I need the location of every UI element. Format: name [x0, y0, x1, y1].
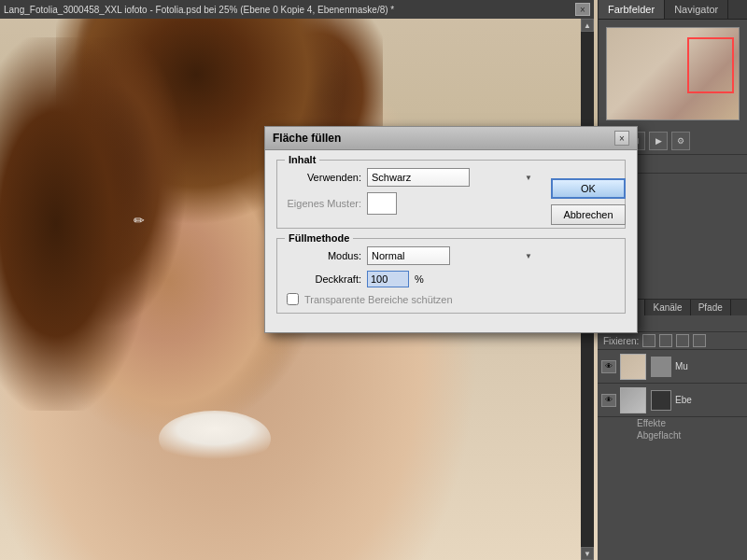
verwenden-label: Verwenden: [287, 172, 361, 183]
dialog-close-button[interactable]: × [614, 131, 629, 146]
lock-pos-icon[interactable] [642, 334, 655, 347]
lock-all-icon[interactable] [693, 334, 706, 347]
title-bar: Lang_Fotolia_3000458_XXL iofoto - Fotoli… [0, 0, 594, 19]
scroll-down-button[interactable]: ▼ [581, 547, 594, 560]
layer-abgeflacht: Abgeflacht [598, 429, 747, 441]
tab-kanaele[interactable]: Kanäle [645, 300, 690, 315]
eigenes-muster-label: Eigenes Muster: [287, 198, 361, 209]
fuellmethode-group-label: Füllmethode [285, 232, 353, 244]
muster-preview-box[interactable] [367, 192, 397, 215]
flaeche-fuellen-dialog: Fläche füllen × Inhalt Verwenden: Schwar… [264, 126, 638, 333]
hair-left-layer [0, 37, 187, 411]
navigator-preview [606, 27, 740, 120]
layers-options: Fixieren: [598, 332, 747, 350]
dialog-titlebar[interactable]: Fläche füllen × [265, 127, 637, 150]
deckkraft-row: Deckkraft: 100 % [287, 271, 536, 287]
window-close-button[interactable]: × [575, 3, 590, 16]
dialog-body: Inhalt Verwenden: Schwarz Vordergrundfar… [265, 150, 637, 332]
fuellmethode-group: Füllmethode Modus: Normal Auflösen Abdun… [276, 238, 626, 314]
tab-navigator[interactable]: Navigator [665, 0, 728, 19]
deckkraft-label: Deckkraft: [287, 273, 361, 285]
layer-effects: Effekte [598, 417, 747, 429]
nav-viewport-indicator [687, 37, 734, 93]
dialog-buttons: OK Abbrechen [551, 178, 626, 225]
transparenz-checkbox[interactable] [287, 293, 299, 305]
tab-pfade[interactable]: Pfade [691, 300, 731, 315]
dialog-title: Fläche füllen [273, 132, 614, 145]
ok-button[interactable]: OK [551, 178, 626, 199]
verwenden-row: Verwenden: Schwarz Vordergrundfarbe Hint… [287, 168, 536, 187]
cancel-button[interactable]: Abbrechen [551, 204, 626, 225]
modus-label: Modus: [287, 250, 361, 261]
window-title: Lang_Fotolia_3000458_XXL iofoto - Fotoli… [4, 5, 394, 15]
panel-icon-4[interactable]: ⚙ [671, 132, 690, 150]
lock-draw-icon[interactable] [659, 334, 672, 347]
panel-icon-3[interactable]: ▶ [649, 132, 668, 150]
abgeflacht-label: Abgeflacht [637, 430, 681, 441]
layer-item-2[interactable]: 👁 Ebe [598, 384, 747, 417]
verwenden-select-wrapper: Schwarz Vordergrundfarbe Hintergrundfarb… [367, 168, 536, 187]
tab-farbfelder[interactable]: Farbfelder [599, 0, 665, 19]
layer-mask-1 [651, 357, 671, 377]
fixieren-label: Fixieren: [603, 336, 639, 346]
verwenden-select[interactable]: Schwarz Vordergrundfarbe Hintergrundfarb… [367, 168, 470, 187]
layer-thumb-1 [620, 354, 646, 380]
layer-thumb-2 [620, 387, 646, 413]
modus-select[interactable]: Normal Auflösen Abdunkeln Multiplizieren [367, 246, 450, 265]
layer-name-2: Ebe [675, 395, 743, 405]
layer-item-1[interactable]: 👁 Mu [598, 350, 747, 384]
inhalt-group-label: Inhalt [285, 154, 319, 165]
smile-layer [159, 411, 271, 467]
deckkraft-input[interactable]: 100 [367, 271, 409, 287]
layer-eye-1[interactable]: 👁 [601, 360, 616, 373]
panel-tabs: Farbfelder Navigator [599, 0, 747, 20]
effects-label: Effekte [637, 418, 666, 428]
lock-move-icon[interactable] [676, 334, 689, 347]
layer-name-1: Mu [675, 361, 743, 371]
layer-eye-2[interactable]: 👁 [601, 394, 616, 407]
eigenes-muster-row: Eigenes Muster: [287, 192, 536, 215]
deckkraft-unit: % [415, 273, 424, 285]
modus-select-wrapper: Normal Auflösen Abdunkeln Multiplizieren [367, 246, 536, 265]
layer-mask-2 [651, 390, 671, 411]
transparenz-row: Transparente Bereiche schützen [287, 293, 536, 305]
transparenz-label: Transparente Bereiche schützen [304, 294, 453, 305]
layers-panel: Ebenen Kanäle Pfade Normal Fixieren: 👁 M… [598, 299, 747, 560]
modus-row: Modus: Normal Auflösen Abdunkeln Multipl… [287, 246, 536, 265]
scroll-up-button[interactable]: ▲ [581, 19, 594, 32]
